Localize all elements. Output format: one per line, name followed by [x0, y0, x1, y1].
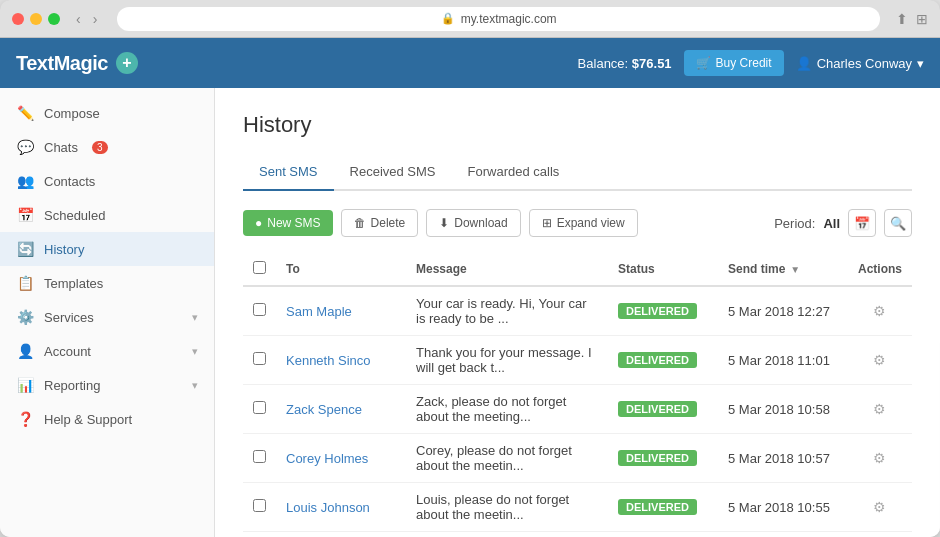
select-all-header	[243, 253, 276, 286]
row-checkbox-cell	[243, 483, 276, 532]
sidebar-item-help[interactable]: ❓ Help & Support	[0, 402, 214, 436]
time-cell: 5 Mar 2018 10:57	[718, 434, 848, 483]
browser-actions: ⬆ ⊞	[896, 11, 928, 27]
period-label: Period:	[774, 216, 815, 231]
time-cell: 5 Mar 2018 10:55	[718, 483, 848, 532]
message-cell: Zack, please do not forget about the mee…	[406, 385, 608, 434]
sidebar-item-templates[interactable]: 📋 Templates	[0, 266, 214, 300]
row-checkbox[interactable]	[253, 401, 266, 414]
recipient-link[interactable]: Sam Maple	[286, 304, 352, 319]
sidebar-item-label: Compose	[44, 106, 100, 121]
actions-cell: ⚙	[848, 532, 912, 538]
app-body: ✏️ Compose 💬 Chats 3 👥 Contacts 📅 Schedu…	[0, 88, 940, 537]
table-row: Doug Rhynes Your car is ready. Hi, Your …	[243, 532, 912, 538]
calendar-picker-button[interactable]: 📅	[848, 209, 876, 237]
traffic-lights	[12, 13, 60, 25]
tab-received-sms[interactable]: Received SMS	[334, 156, 452, 191]
recipient-link[interactable]: Louis Johnson	[286, 500, 370, 515]
recipient-link[interactable]: Zack Spence	[286, 402, 362, 417]
tab-sent-sms[interactable]: Sent SMS	[243, 156, 334, 191]
actions-cell: ⚙	[848, 434, 912, 483]
sidebar-item-history[interactable]: 🔄 History	[0, 232, 214, 266]
row-checkbox[interactable]	[253, 450, 266, 463]
user-menu[interactable]: 👤 Charles Conway ▾	[796, 56, 924, 71]
user-icon: 👤	[796, 56, 812, 71]
browser-window: ‹ › 🔒 my.textmagic.com ⬆ ⊞ TextMagic + B…	[0, 0, 940, 537]
contacts-icon: 👥	[16, 173, 34, 189]
col-header-to: To	[276, 253, 406, 286]
message-cell: Your car is ready. Hi, Your car is ready…	[406, 532, 608, 538]
compose-icon: ✏️	[16, 105, 34, 121]
share-button[interactable]: ⬆	[896, 11, 908, 27]
services-icon: ⚙️	[16, 309, 34, 325]
download-button[interactable]: ⬇ Download	[426, 209, 520, 237]
sort-icon: ▼	[790, 264, 800, 275]
status-cell: DELIVERED	[608, 286, 718, 336]
chats-icon: 💬	[16, 139, 34, 155]
actions-cell: ⚙	[848, 336, 912, 385]
search-button[interactable]: 🔍	[884, 209, 912, 237]
status-cell: DELIVERED	[608, 385, 718, 434]
row-checkbox[interactable]	[253, 352, 266, 365]
tab-forwarded-calls[interactable]: Forwarded calls	[452, 156, 576, 191]
buy-credit-button[interactable]: 🛒 Buy Credit	[684, 50, 784, 76]
row-checkbox[interactable]	[253, 499, 266, 512]
templates-icon: 📋	[16, 275, 34, 291]
expand-view-button[interactable]: ⊞ Expand view	[529, 209, 638, 237]
sidebar-item-account[interactable]: 👤 Account ▾	[0, 334, 214, 368]
status-badge: DELIVERED	[618, 499, 697, 515]
gear-icon[interactable]: ⚙	[873, 303, 886, 319]
back-button[interactable]: ‹	[72, 9, 85, 29]
time-cell: 5 Mar 2018 10:58	[718, 385, 848, 434]
sidebar-item-reporting[interactable]: 📊 Reporting ▾	[0, 368, 214, 402]
browser-titlebar: ‹ › 🔒 my.textmagic.com ⬆ ⊞	[0, 0, 940, 38]
row-checkbox-cell	[243, 434, 276, 483]
sidebar-item-label: Chats	[44, 140, 78, 155]
close-button[interactable]	[12, 13, 24, 25]
table-row: Sam Maple Your car is ready. Hi, Your ca…	[243, 286, 912, 336]
toolbar-right: Period: All 📅 🔍	[774, 209, 912, 237]
toolbar: ● New SMS 🗑 Delete ⬇ Download ⊞ Expand v…	[243, 209, 912, 237]
app-wrapper: TextMagic + Balance: $76.51 🛒 Buy Credit…	[0, 38, 940, 537]
time-cell: 4 Mar 2018 11:37	[718, 532, 848, 538]
sidebar-item-chats[interactable]: 💬 Chats 3	[0, 130, 214, 164]
status-cell: DELIVERED	[608, 483, 718, 532]
minimize-button[interactable]	[30, 13, 42, 25]
maximize-button[interactable]	[48, 13, 60, 25]
new-tab-button[interactable]: ⊞	[916, 11, 928, 27]
new-sms-button[interactable]: ● New SMS	[243, 210, 333, 236]
gear-icon[interactable]: ⚙	[873, 499, 886, 515]
logo-text: TextMagic	[16, 52, 108, 75]
gear-icon[interactable]: ⚙	[873, 401, 886, 417]
recipient-link[interactable]: Kenneth Sinco	[286, 353, 371, 368]
help-icon: ❓	[16, 411, 34, 427]
row-checkbox-cell	[243, 286, 276, 336]
sidebar-item-label: History	[44, 242, 84, 257]
gear-icon[interactable]: ⚙	[873, 352, 886, 368]
forward-button[interactable]: ›	[89, 9, 102, 29]
tabs-bar: Sent SMS Received SMS Forwarded calls	[243, 156, 912, 191]
recipient-cell: Kenneth Sinco	[276, 336, 406, 385]
sidebar-item-label: Templates	[44, 276, 103, 291]
col-header-time[interactable]: Send time ▼	[718, 253, 848, 286]
recipient-link[interactable]: Corey Holmes	[286, 451, 368, 466]
sidebar-item-contacts[interactable]: 👥 Contacts	[0, 164, 214, 198]
status-badge: DELIVERED	[618, 303, 697, 319]
row-checkbox[interactable]	[253, 303, 266, 316]
delete-button[interactable]: 🗑 Delete	[341, 209, 419, 237]
table-body: Sam Maple Your car is ready. Hi, Your ca…	[243, 286, 912, 537]
lock-icon: 🔒	[441, 12, 455, 25]
sidebar-item-label: Reporting	[44, 378, 100, 393]
logo-plus-button[interactable]: +	[116, 52, 138, 74]
address-bar[interactable]: 🔒 my.textmagic.com	[117, 7, 880, 31]
chevron-right-icon: ▾	[192, 311, 198, 324]
cart-icon: 🛒	[696, 56, 711, 70]
download-icon: ⬇	[439, 216, 449, 230]
time-cell: 5 Mar 2018 12:27	[718, 286, 848, 336]
sidebar-item-scheduled[interactable]: 📅 Scheduled	[0, 198, 214, 232]
select-all-checkbox[interactable]	[253, 261, 266, 274]
gear-icon[interactable]: ⚙	[873, 450, 886, 466]
sidebar-item-services[interactable]: ⚙️ Services ▾	[0, 300, 214, 334]
col-header-message: Message	[406, 253, 608, 286]
sidebar-item-compose[interactable]: ✏️ Compose	[0, 96, 214, 130]
